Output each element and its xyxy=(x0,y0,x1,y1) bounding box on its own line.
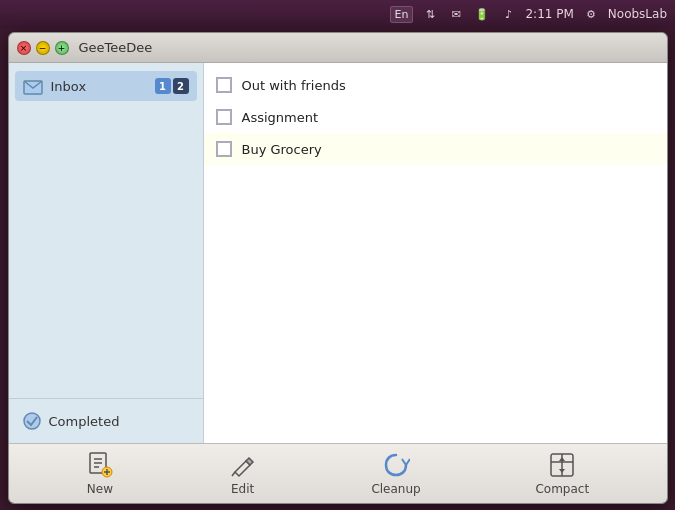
inbox-icon xyxy=(23,76,43,96)
title-bar: × − + GeeTeeDee xyxy=(9,33,667,63)
maximize-button[interactable]: + xyxy=(55,41,69,55)
task-row[interactable]: Out with friends xyxy=(204,69,667,101)
badge-group: 1 2 xyxy=(155,78,189,94)
edit-icon xyxy=(229,451,257,479)
new-label: New xyxy=(87,482,113,496)
compact-icon xyxy=(548,451,576,479)
badge-count-1: 1 xyxy=(155,78,171,94)
new-icon xyxy=(86,451,114,479)
battery-icon: 🔋 xyxy=(473,7,491,21)
compact-button[interactable]: Compact xyxy=(519,447,605,500)
distro-label: NoobsLab xyxy=(608,7,667,21)
svg-marker-13 xyxy=(559,457,565,461)
svg-point-1 xyxy=(24,413,40,429)
edit-button[interactable]: Edit xyxy=(213,447,273,500)
main-content: Inbox 1 2 Completed xyxy=(9,63,667,443)
minimize-button[interactable]: − xyxy=(36,41,50,55)
task-label: Buy Grocery xyxy=(242,142,322,157)
cleanup-button[interactable]: Cleanup xyxy=(355,447,436,500)
system-bar: En ⇅ ✉ 🔋 ♪ 2:11 PM ⚙ NoobsLab xyxy=(0,0,675,28)
system-bar-items: En ⇅ ✉ 🔋 ♪ 2:11 PM ⚙ NoobsLab xyxy=(390,6,667,23)
task-items: Out with friendsAssignmentBuy Grocery xyxy=(204,63,667,443)
arrows-icon: ⇅ xyxy=(421,7,439,21)
completed-label: Completed xyxy=(49,414,189,429)
task-checkbox[interactable] xyxy=(216,109,232,125)
task-label: Assignment xyxy=(242,110,319,125)
language-indicator: En xyxy=(390,6,414,23)
settings-icon: ⚙ xyxy=(582,7,600,21)
sidebar: Inbox 1 2 Completed xyxy=(9,63,204,443)
mail-icon: ✉ xyxy=(447,7,465,21)
new-button[interactable]: New xyxy=(70,447,130,500)
task-label: Out with friends xyxy=(242,78,346,93)
inbox-label: Inbox xyxy=(51,79,147,94)
compact-label: Compact xyxy=(535,482,589,496)
window-title: GeeTeeDee xyxy=(79,40,153,55)
sidebar-nav: Inbox 1 2 xyxy=(9,63,203,398)
svg-marker-14 xyxy=(559,469,565,473)
clock: 2:11 PM xyxy=(525,7,573,21)
sidebar-item-inbox[interactable]: Inbox 1 2 xyxy=(15,71,197,101)
window-controls: × − + xyxy=(17,41,69,55)
cleanup-icon xyxy=(382,451,410,479)
task-checkbox[interactable] xyxy=(216,77,232,93)
task-row[interactable]: Buy Grocery xyxy=(204,133,667,165)
toolbar: New Edit Cleanup xyxy=(9,443,667,503)
close-button[interactable]: × xyxy=(17,41,31,55)
task-row[interactable]: Assignment xyxy=(204,101,667,133)
svg-line-9 xyxy=(232,472,235,476)
sidebar-bottom: Completed xyxy=(9,398,203,443)
edit-label: Edit xyxy=(231,482,254,496)
badge-count-2: 2 xyxy=(173,78,189,94)
sidebar-item-completed[interactable]: Completed xyxy=(15,407,197,435)
completed-icon xyxy=(23,412,41,430)
task-checkbox[interactable] xyxy=(216,141,232,157)
app-window: × − + GeeTeeDee xyxy=(8,32,668,504)
cleanup-label: Cleanup xyxy=(371,482,420,496)
task-list: Out with friendsAssignmentBuy Grocery xyxy=(204,63,667,443)
volume-icon: ♪ xyxy=(499,7,517,21)
